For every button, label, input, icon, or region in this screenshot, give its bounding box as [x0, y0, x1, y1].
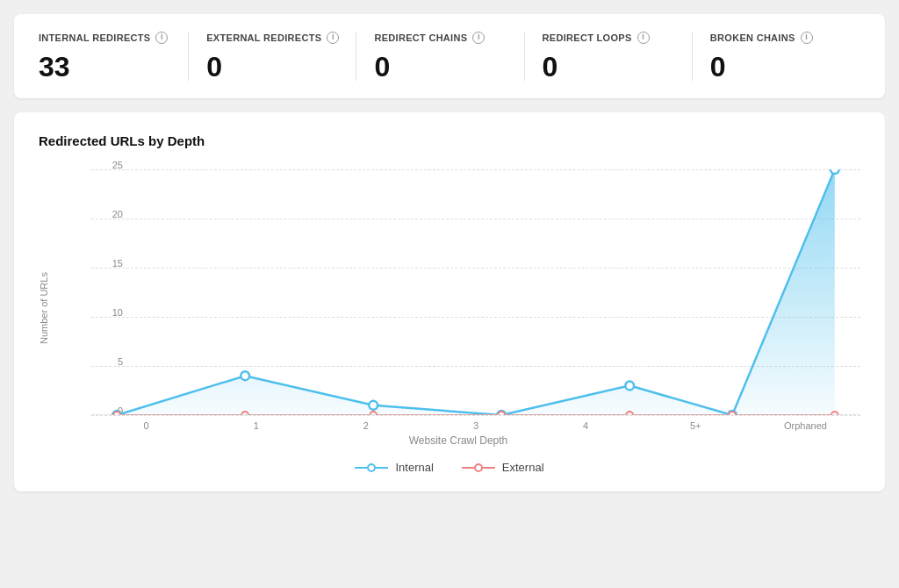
internal-area: [117, 169, 835, 415]
redirect-loops-info-icon[interactable]: i: [637, 32, 650, 44]
redirect-loops-metric: REDIRECT LOOPS i 0: [525, 32, 693, 81]
redirect-chains-metric: REDIRECT CHAINS i 0: [356, 32, 524, 81]
broken-chains-label: BROKEN CHAINS i: [710, 32, 843, 44]
x-label-3: 3: [421, 420, 530, 431]
legend-external-line: [462, 463, 495, 472]
x-label-2: 2: [311, 420, 421, 431]
chart-card: Redirected URLs by Depth Number of URLs …: [14, 112, 885, 491]
external-redirects-info-icon[interactable]: i: [327, 32, 339, 44]
internal-line: [117, 169, 835, 415]
broken-chains-metric: BROKEN CHAINS i 0: [693, 32, 860, 81]
dot-internal-4: [625, 382, 634, 391]
legend-external-label: External: [502, 461, 544, 474]
broken-chains-value: 0: [710, 53, 843, 81]
external-redirects-metric: EXTERNAL REDIRECTS i 0: [189, 32, 356, 81]
dot-internal-2: [369, 401, 378, 410]
chart-title: Redirected URLs by Depth: [39, 133, 860, 148]
legend-internal-dot: [367, 463, 376, 472]
internal-redirects-info-icon[interactable]: i: [155, 32, 168, 44]
redirect-chains-label: REDIRECT CHAINS i: [374, 32, 507, 44]
internal-redirects-value: 33: [39, 53, 171, 81]
x-label-4: 4: [531, 420, 641, 431]
dot-external-3: [498, 412, 505, 415]
internal-redirects-label: INTERNAL REDIRECTS i: [39, 32, 171, 44]
legend-external-line-left: [462, 467, 474, 469]
legend-external: External: [462, 461, 544, 474]
dot-internal-1: [241, 371, 249, 380]
x-axis-title: Website Crawl Depth: [56, 434, 860, 447]
legend-internal-line-right: [376, 467, 388, 469]
external-redirects-value: 0: [206, 53, 339, 81]
redirect-chains-info-icon[interactable]: i: [472, 32, 485, 44]
internal-redirects-metric: INTERNAL REDIRECTS i 33: [39, 32, 189, 81]
legend-internal-line-left: [355, 467, 367, 469]
chart-grid: 25 20 15 10 5 0: [56, 169, 860, 415]
dot-external-orphaned: [831, 412, 838, 415]
dot-external-1: [241, 412, 248, 415]
dot-external-2: [370, 412, 377, 415]
redirect-loops-label: REDIRECT LOOPS i: [543, 32, 675, 44]
legend-external-dot: [474, 463, 483, 472]
x-label-5plus: 5+: [641, 420, 751, 431]
redirect-chains-value: 0: [374, 53, 507, 81]
redirect-loops-value: 0: [543, 53, 675, 81]
broken-chains-info-icon[interactable]: i: [801, 32, 813, 44]
legend-internal-line: [355, 463, 388, 472]
x-label-0: 0: [91, 420, 201, 431]
legend-internal-label: Internal: [395, 461, 433, 474]
legend-internal: Internal: [355, 461, 433, 474]
dot-external-5: [729, 412, 736, 415]
chart-area: Number of URLs 25 20 15 10 5: [39, 169, 860, 447]
chart-inner: 25 20 15 10 5 0: [56, 169, 860, 447]
x-label-1: 1: [201, 420, 311, 431]
x-axis-labels: 0 1 2 3 4 5+ Orphaned: [91, 420, 860, 431]
y-axis-label: Number of URLs: [39, 169, 49, 447]
x-label-orphaned: Orphaned: [751, 420, 860, 431]
chart-svg: [91, 169, 860, 415]
external-redirects-label: EXTERNAL REDIRECTS i: [206, 32, 339, 44]
dot-external-4: [626, 412, 633, 415]
metrics-card: INTERNAL REDIRECTS i 33 EXTERNAL REDIREC…: [14, 14, 885, 98]
grid-line-0: 0: [91, 415, 860, 416]
legend-external-line-right: [483, 467, 495, 469]
dot-external-0: [113, 412, 120, 415]
chart-legend: Internal External: [39, 461, 860, 474]
dot-internal-orphaned: [831, 169, 839, 174]
